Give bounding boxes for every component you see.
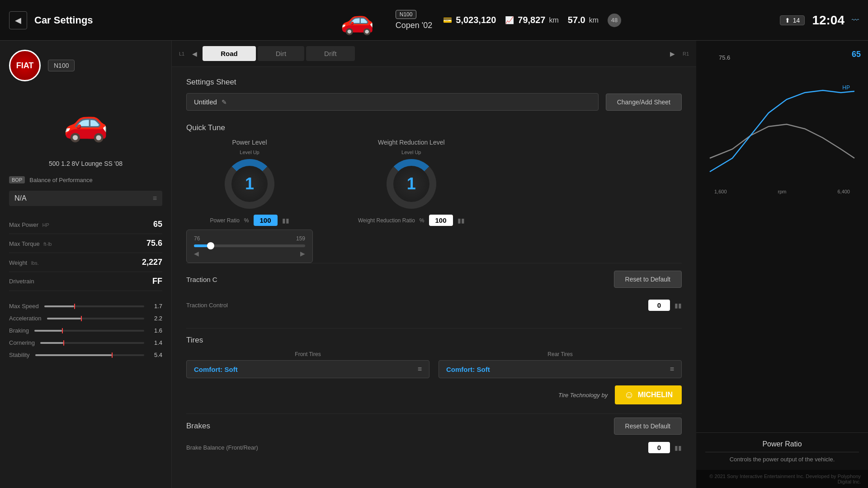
stat-unit-max-torque: ft-lb <box>43 241 52 247</box>
stats-list: Max Power HP 65 Max Torque ft-lb 75.6 We… <box>9 215 162 291</box>
tires-grid: Front Tires Comfort: Soft ≡ Rear Tires C… <box>186 351 682 378</box>
car-preview: 🚗 <box>330 5 385 36</box>
content-area: Settings Sheet Untitled ✎ Change/Add She… <box>172 67 696 464</box>
weight-level-up-button[interactable]: Level Up <box>401 150 421 155</box>
credits-value: 5,023,120 <box>456 15 496 25</box>
rating-value-braking: 1.6 <box>150 327 162 334</box>
tab-drift[interactable]: Drift <box>306 46 355 61</box>
speed-value: 57.0 <box>568 15 585 25</box>
slider-max: 159 <box>296 235 305 242</box>
weight-ratio-label: Weight Reduction Ratio <box>358 217 415 224</box>
stat-row-drivetrain: Drivetrain FF <box>9 272 162 291</box>
weight-knob-ring[interactable]: 1 <box>387 159 436 209</box>
front-tire-item: Front Tires Comfort: Soft ≡ <box>186 351 429 378</box>
rating-fill-cornering <box>40 342 63 344</box>
bop-label: Balance of Performance <box>29 177 92 183</box>
rating-fill-max-speed <box>44 305 74 307</box>
settings-sheet-section: Settings Sheet Untitled ✎ Change/Add She… <box>186 78 682 111</box>
car-info-header: FIAT N100 <box>9 50 162 81</box>
chart-x-labels: 1,600 rpm 6,400 <box>705 187 859 196</box>
rear-tire-menu-icon[interactable]: ≡ <box>670 365 674 373</box>
power-knob-ring[interactable]: 1 <box>225 159 274 209</box>
rear-tire-selector[interactable]: Comfort: Soft ≡ <box>439 360 682 378</box>
rear-tire-item: Rear Tires Comfort: Soft ≡ <box>439 351 682 378</box>
rating-label-max-speed: Max Speed <box>9 303 39 310</box>
tab-dirt[interactable]: Dirt <box>258 46 304 61</box>
rating-fill-stability <box>35 354 112 356</box>
tab-r1-label: R1 <box>683 51 689 56</box>
rating-marker-max-speed <box>74 304 75 309</box>
mileage-value: 79,827 <box>518 15 545 25</box>
sheet-name-box[interactable]: Untitled ✎ <box>186 93 599 111</box>
n100-badge-top: N100 <box>396 10 417 19</box>
tabs-row: L1 ◀ Road Dirt Drift ▶ R1 <box>172 41 696 67</box>
bop-tag: BOP <box>9 176 25 183</box>
car-badge-area: N100 Copen '02 <box>396 10 433 30</box>
weight-bar-icon[interactable]: ▮▮ <box>458 217 465 224</box>
michelin-man-icon: ☺ <box>624 389 634 401</box>
tab-road[interactable]: Road <box>203 46 256 61</box>
top-right: ⬆ 14 12:04 〰 <box>780 13 859 28</box>
power-bar-icon[interactable]: ▮▮ <box>282 217 289 224</box>
tab-right-arrow[interactable]: ▶ <box>666 47 679 60</box>
tires-section: Tires Front Tires Comfort: Soft ≡ Rear T… <box>186 328 682 404</box>
settings-sheet-title: Settings Sheet <box>186 78 682 87</box>
rating-bar-max-speed <box>44 305 144 307</box>
traction-bar-icon[interactable]: ▮▮ <box>675 302 682 309</box>
traction-control-value[interactable]: 0 <box>648 300 670 311</box>
stat-row-max-power: Max Power HP 65 <box>9 215 162 234</box>
back-icon: ◀ <box>15 15 21 25</box>
power-slider-track[interactable] <box>194 244 305 247</box>
credits-icon: 💳 <box>443 16 452 24</box>
power-ratio-label: Power Ratio <box>210 217 239 224</box>
power-level-item: Power Level Level Up 1 <box>186 139 313 263</box>
chart-area: 65 75.6 HP 1,600 rpm 6,400 <box>696 41 868 432</box>
back-button[interactable]: ◀ <box>9 11 27 29</box>
tab-left-arrow[interactable]: ◀ <box>188 47 201 60</box>
car-model-name: 500 1.2 8V Lounge SS '08 <box>9 160 162 167</box>
rating-label-stability: Stability <box>9 352 30 358</box>
rating-braking: Braking 1.6 <box>9 324 162 337</box>
sheet-name: Untitled <box>194 98 217 106</box>
n100-badge-left: N100 <box>48 60 75 71</box>
front-tire-selector[interactable]: Comfort: Soft ≡ <box>186 360 429 378</box>
settings-sheet-row: Untitled ✎ Change/Add Sheet <box>186 93 682 111</box>
speed-stat: 57.0 km <box>568 15 599 25</box>
edit-icon[interactable]: ✎ <box>222 99 227 106</box>
front-tire-menu-icon[interactable]: ≡ <box>418 365 422 373</box>
rating-acceleration: Acceleration 2.2 <box>9 312 162 324</box>
slider-right-arrow[interactable]: ▶ <box>300 250 305 257</box>
michelin-logo: ☺ MICHELIN <box>615 385 682 404</box>
rating-cornering: Cornering 1.4 <box>9 337 162 349</box>
power-slider-thumb[interactable] <box>207 242 214 249</box>
left-panel: FIAT N100 🚗 500 1.2 8V Lounge SS '08 BOP… <box>0 41 172 488</box>
weight-level-label: Weight Reduction Level <box>378 139 445 146</box>
notification-badge: ⬆ 14 <box>780 15 805 25</box>
rating-bg-cornering <box>40 342 144 344</box>
traction-reset-button[interactable]: Reset to Default <box>614 271 682 288</box>
weight-ratio-value-box[interactable]: 100 <box>429 215 453 226</box>
traction-control-label: Traction Control <box>186 302 228 309</box>
center-panel: L1 ◀ Road Dirt Drift ▶ R1 Settings Sheet… <box>172 41 696 488</box>
change-sheet-button[interactable]: Change/Add Sheet <box>606 94 682 111</box>
power-level-up-button[interactable]: Level Up <box>240 150 259 155</box>
power-knob-container: 1 <box>222 157 277 211</box>
mileage-icon: 📈 <box>505 16 514 24</box>
rating-value-cornering: 1.4 <box>150 339 162 346</box>
time-display: 12:04 <box>812 13 844 28</box>
power-knob-inner: 1 <box>231 166 268 202</box>
power-ratio-value-box[interactable]: 100 <box>254 215 278 226</box>
rating-bg-acceleration <box>47 318 144 319</box>
tires-title: Tires <box>186 336 682 345</box>
slider-left-arrow[interactable]: ◀ <box>194 250 199 257</box>
stat-label-max-torque: Max Torque <box>9 240 40 247</box>
brake-bar-icon[interactable]: ▮▮ <box>675 444 682 451</box>
top-center: 🚗 N100 Copen '02 💳 5,023,120 📈 79,827 km… <box>181 5 771 36</box>
brake-balance-value[interactable]: 0 <box>648 442 670 453</box>
stat-value-drivetrain: FF <box>152 277 162 286</box>
tune-pair: Power Level Level Up 1 <box>186 139 682 263</box>
rating-value-acceleration: 2.2 <box>150 315 162 322</box>
traction-row: Traction C Reset to Default <box>186 263 682 295</box>
brakes-reset-button[interactable]: Reset to Default <box>614 418 682 435</box>
rating-stability: Stability 5.4 <box>9 349 162 361</box>
